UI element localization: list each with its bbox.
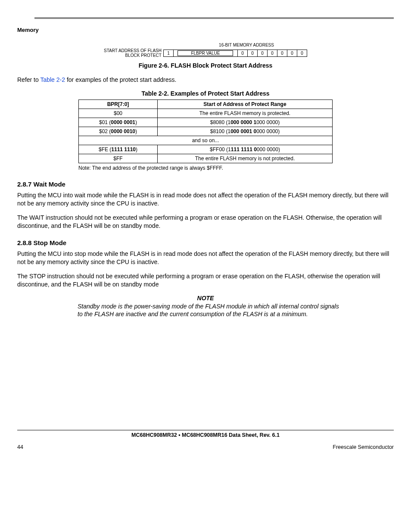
cell-bpr-00: $00 — [79, 109, 158, 118]
header-rule — [34, 17, 394, 19]
table-header-row: BPR[7:0] Start of Address of Protect Ran… — [79, 100, 333, 109]
cell-bpr-01: $01 (0000 0001) — [79, 118, 158, 127]
footer-vendor: Freescale Semiconductor — [333, 444, 394, 450]
table-row: $FF The entire FLASH memory is not prote… — [79, 154, 333, 163]
table-row: $01 (0000 0001) $8080 (1000 0000 1000 00… — [79, 118, 333, 127]
cell-desc-00: The entire FLASH memory is protected. — [158, 109, 333, 118]
cell-bpr-ff: $FF — [79, 154, 158, 163]
footer-doc-title: MC68HC908MR32 • MC68HC908MR16 Data Sheet… — [17, 432, 394, 438]
heading-2-8-8: 2.8.8 Stop Mode — [17, 239, 394, 246]
intro-paragraph: Refer to Table 2-2 for examples of the p… — [17, 76, 394, 84]
fig26-left-line2: BLOCK PROTECT — [125, 53, 161, 58]
cell-desc-02: $8100 (1000 0001 0000 0000) — [158, 127, 333, 136]
bit-z5: 0 — [287, 50, 297, 56]
th-bpr: BPR[7:0] — [79, 100, 158, 109]
bit-15: 1 — [163, 50, 173, 56]
cell-desc-fe: $FF00 (1111 1111 0000 0000) — [158, 145, 333, 154]
fig26-caption: Figure 2-6. FLASH Block Protect Start Ad… — [17, 62, 394, 69]
fig26-top-label: 16-BIT MEMORY ADDRESS — [99, 43, 394, 47]
flbpr-value-cell: FLBPR VALUE — [173, 50, 237, 56]
fig26-left-label: START ADDRESS OF FLASH BLOCK PROTECT — [104, 48, 162, 58]
bit-z4: 0 — [277, 50, 287, 56]
bit-z0: 0 — [237, 50, 247, 56]
bit-z3: 0 — [267, 50, 277, 56]
sec287-p2: The WAIT instruction should not be execu… — [17, 214, 394, 230]
bit-z1: 0 — [247, 50, 257, 56]
intro-pre: Refer to — [17, 76, 40, 83]
table-row: $FE (1111 1110) $FF00 (1111 1111 0000 00… — [79, 145, 333, 154]
table-row: $00 The entire FLASH memory is protected… — [79, 109, 333, 118]
running-header: Memory — [17, 27, 394, 33]
table-2-2-link[interactable]: Table 2-2 — [40, 76, 65, 83]
table-row: $02 (0000 0010) $8100 (1000 0001 0000 00… — [79, 127, 333, 136]
sec288-p1: Putting the MCU into stop mode while the… — [17, 250, 394, 266]
table22-footnote: Note: The end address of the protected r… — [78, 165, 394, 171]
table22-caption: Table 2-2. Examples of Protect Start Add… — [17, 90, 394, 97]
cell-andsoon: and so on... — [79, 136, 333, 145]
fig26-left-line1: START ADDRESS OF FLASH — [104, 48, 162, 53]
note-body: Standby mode is the power-saving mode of… — [78, 302, 342, 318]
page-number: 44 — [17, 444, 23, 450]
bit-z6: 0 — [297, 50, 307, 56]
table-row-span: and so on... — [79, 136, 333, 145]
footer: MC68HC908MR32 • MC68HC908MR16 Data Sheet… — [17, 430, 394, 450]
table-2-2: BPR[7:0] Start of Address of Protect Ran… — [78, 100, 333, 163]
heading-2-8-7: 2.8.7 Wait Mode — [17, 180, 394, 188]
th-start-addr: Start of Address of Protect Range — [158, 100, 333, 109]
intro-post: for examples of the protect start addres… — [65, 76, 176, 83]
cell-desc-ff: The entire FLASH memory is not protected… — [158, 154, 333, 163]
sec287-p1: Putting the MCU into wait mode while the… — [17, 191, 394, 208]
cell-desc-01: $8080 (1000 0000 1000 0000) — [158, 118, 333, 127]
fig26-bit-table: 1 FLBPR VALUE 0 0 0 0 0 0 0 — [163, 50, 307, 57]
flbpr-label: FLBPR VALUE — [177, 50, 233, 56]
bit-z2: 0 — [257, 50, 267, 56]
cell-bpr-fe: $FE (1111 1110) — [79, 145, 158, 154]
fig26-diagram: START ADDRESS OF FLASH BLOCK PROTECT 1 F… — [17, 48, 394, 58]
sec288-p2: The STOP instruction should not be execu… — [17, 272, 394, 289]
note-heading: NOTE — [17, 295, 394, 302]
cell-bpr-02: $02 (0000 0010) — [79, 127, 158, 136]
